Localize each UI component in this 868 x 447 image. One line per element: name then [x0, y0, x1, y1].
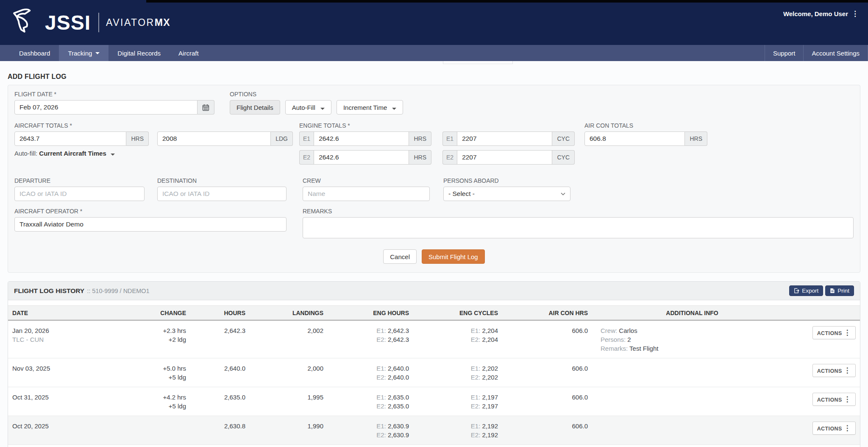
export-button[interactable]: Export: [789, 285, 823, 296]
table-row: Oct 31, 2025+4.2 hrs+5 ldg2,635.01,995E1…: [8, 387, 860, 416]
cell-change: +4.8 hrs+1 ldg: [132, 445, 186, 447]
crew-label: CREW: [303, 177, 430, 184]
flight-date-input[interactable]: [14, 100, 198, 115]
engine2-hours-input[interactable]: [314, 150, 409, 165]
cell-eng-cycles: E1: 2,202E2: 2,202: [409, 358, 498, 387]
cell-air-con-hrs: 606.0: [498, 321, 588, 358]
column-header-date: DATE: [8, 306, 132, 320]
remarks-textarea[interactable]: [303, 217, 854, 238]
cell-landings: 1,990: [245, 416, 323, 444]
departure-input[interactable]: [14, 187, 145, 201]
cell-eng-hours: E1: 2,630.9E2: 2,630.9: [323, 445, 409, 447]
hrs-unit: HRS: [126, 131, 149, 146]
engine2-cycles-input[interactable]: [457, 150, 552, 165]
table-row: Sep 15, 2025PHX - TENN+4.8 hrs+1 ldg2,63…: [8, 445, 860, 447]
ldg-unit: LDG: [271, 131, 293, 146]
nav-item-aircraft[interactable]: Aircraft: [170, 45, 208, 61]
aircraft-operator-input[interactable]: [14, 217, 287, 232]
cell-change: [132, 416, 186, 444]
history-rows: Jan 20, 2026TLC - CUN+2.3 hrs+2 ldg2,642…: [8, 321, 860, 447]
history-subtitle: :: 510-9999 / NDEMO1: [87, 288, 150, 294]
kebab-menu-icon: ⋮: [844, 424, 851, 432]
crew-input[interactable]: [303, 187, 430, 201]
flight-details-button[interactable]: Flight Details: [230, 100, 280, 115]
nav-item-dashboard[interactable]: Dashboard: [10, 45, 59, 61]
cell-air-con-hrs: 606.0: [498, 416, 588, 444]
air-con-hours-input[interactable]: [584, 131, 685, 146]
cell-date: Oct 20, 2025: [8, 416, 132, 444]
destination-label: DESTINATION: [157, 177, 287, 184]
cell-change: +4.2 hrs+5 ldg: [132, 387, 186, 416]
cell-hours: 2,630.8: [186, 416, 245, 444]
cell-additional-info: [588, 358, 796, 387]
cell-hours: 2,640.0: [186, 358, 245, 387]
increment-time-button[interactable]: Increment Time: [337, 100, 403, 115]
cell-date: Oct 31, 2025: [8, 387, 132, 416]
aircraft-landings-input[interactable]: [157, 131, 271, 146]
table-row: Jan 20, 2026TLC - CUN+2.3 hrs+2 ldg2,642…: [8, 321, 860, 358]
cell-actions: ACTIONS ⋮: [796, 358, 860, 387]
top-black-strip: [146, 0, 868, 3]
kebab-menu-icon: ⋮: [844, 329, 851, 337]
chevron-down-icon: [320, 108, 325, 110]
table-row: Oct 20, 20252,630.81,990E1: 2,630.9E2: 2…: [8, 416, 860, 445]
cyc-unit: CYC: [552, 131, 575, 146]
actions-button[interactable]: ACTIONS ⋮: [812, 326, 856, 339]
cell-actions: ACTIONS ⋮: [796, 321, 860, 358]
remarks-label: REMARKS: [303, 208, 854, 215]
auto-fill-button[interactable]: Auto-Fill: [285, 100, 331, 115]
app-header: JSSI AVIATORMX Welcome, Demo User ⋮: [0, 0, 868, 45]
scrolled-content-edge: [443, 61, 513, 64]
cell-landings: 1,995: [245, 387, 323, 416]
cell-eng-hours: E1: 2,635.0E2: 2,635.0: [323, 387, 409, 416]
actions-button[interactable]: ACTIONS ⋮: [812, 393, 856, 406]
user-menu[interactable]: Welcome, Demo User ⋮: [783, 10, 859, 17]
cell-hours: 2,635.0: [186, 387, 245, 416]
submit-flight-log-button[interactable]: Submit Flight Log: [422, 249, 485, 264]
actions-button[interactable]: ACTIONS ⋮: [812, 422, 856, 435]
cell-eng-cycles: E1: 2,192E2: 2,192: [409, 445, 498, 447]
cancel-button[interactable]: Cancel: [383, 249, 417, 264]
cell-eng-cycles: E1: 2,192E2: 2,192: [409, 416, 498, 444]
cell-landings: 1,990: [245, 445, 323, 447]
chevron-down-icon: [561, 193, 565, 196]
column-header-eng-cycles: ENG CYCLES: [409, 306, 498, 320]
nav-item-tracking[interactable]: Tracking: [59, 45, 108, 61]
cell-additional-info: Crew: CarlosPersons: 2Remarks: Test Flig…: [588, 321, 796, 358]
aircraft-hours-input[interactable]: [14, 131, 126, 146]
cell-air-con-hrs: 606.0: [498, 387, 588, 416]
autofill-dropdown[interactable]: Auto-fill: Current Aircraft Times: [14, 150, 293, 157]
cell-additional-info: [588, 387, 796, 416]
logo-divider: [98, 13, 99, 32]
export-icon: [794, 288, 799, 293]
print-button[interactable]: Print: [825, 285, 854, 296]
logo-jssi-text: JSSI: [45, 11, 91, 34]
page-title: ADD FLIGHT LOG: [8, 73, 860, 81]
actions-button[interactable]: ACTIONS ⋮: [812, 364, 856, 377]
nav-item-digital-records[interactable]: Digital Records: [108, 45, 170, 61]
jssi-bird-icon: [9, 5, 42, 40]
options-label: OPTIONS: [230, 91, 403, 98]
calendar-button[interactable]: [198, 100, 214, 115]
nav-item-account-settings[interactable]: Account Settings: [803, 45, 868, 61]
kebab-menu-icon[interactable]: ⋮: [851, 10, 859, 17]
kebab-menu-icon: ⋮: [844, 395, 851, 403]
persons-aboard-label: PERSONS ABOARD: [443, 177, 570, 184]
destination-input[interactable]: [157, 187, 287, 201]
column-header-eng-hours: ENG HOURS: [323, 306, 409, 320]
logo[interactable]: JSSI AVIATORMX: [9, 5, 170, 40]
aircraft-totals-label: AIRCRAFT TOTALS *: [14, 122, 293, 129]
cell-eng-hours: E1: 2,630.9E2: 2,630.9: [323, 416, 409, 444]
logo-product-text: AVIATORMX: [106, 17, 170, 28]
persons-aboard-select[interactable]: - Select -: [443, 187, 570, 201]
cell-actions: ACTIONS ⋮: [796, 416, 860, 444]
cell-date: Nov 03, 2025: [8, 358, 132, 387]
column-header-additional-info: ADDITIONAL INFO: [588, 306, 796, 320]
e2-prefix: E2: [442, 150, 457, 165]
engine1-hours-input[interactable]: [314, 131, 409, 146]
pdf-file-icon: [830, 288, 835, 293]
column-header-landings: LANDINGS: [245, 306, 323, 320]
engine1-cycles-input[interactable]: [457, 131, 552, 146]
nav-item-support[interactable]: Support: [765, 45, 804, 61]
column-header-change: CHANGE: [132, 306, 186, 320]
